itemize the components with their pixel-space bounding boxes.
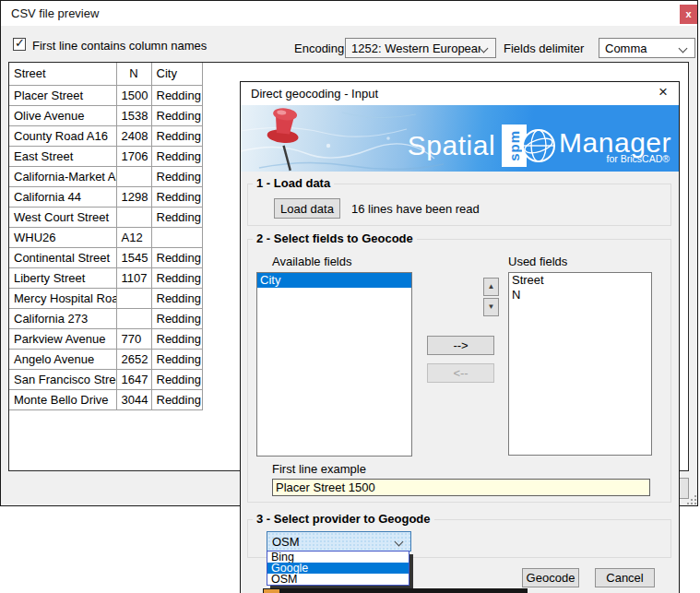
first-line-example-label: First line example <box>272 462 366 476</box>
table-row[interactable]: California-Market AlleyRedding <box>9 166 202 186</box>
first-line-example-field[interactable]: Placer Street 1500 <box>272 479 650 496</box>
provider-selected-value: OSM <box>272 535 300 549</box>
table-row[interactable]: Parkview Avenue770Redding <box>9 328 202 349</box>
table-row[interactable]: Placer Street1500Redding <box>9 85 202 105</box>
chevron-down-icon <box>480 44 489 53</box>
encoding-label: Encoding <box>294 42 344 55</box>
table-cell: Redding <box>151 105 202 125</box>
csv-toolbar: ✓ First line contains column names Encod… <box>1 26 697 62</box>
table-cell: County Road A16 <box>9 125 116 146</box>
chevron-down-icon <box>395 538 404 547</box>
table-cell <box>151 227 202 247</box>
close-icon[interactable]: × <box>658 83 668 101</box>
column-header-street[interactable]: Street <box>9 63 116 85</box>
table-row[interactable]: East Street1706Redding <box>9 146 202 166</box>
table-cell: California 273 <box>9 308 116 328</box>
table-cell: Mercy Hospital Road <box>9 288 116 308</box>
table-cell: 1107 <box>116 267 151 288</box>
table-cell: WHU26 <box>9 227 116 247</box>
table-cell: 3044 <box>116 389 151 409</box>
select-provider-group-title: 3 - Select provider to Geogode <box>253 512 434 526</box>
resize-grip-icon[interactable] <box>694 503 696 504</box>
geocoding-window-title: Direct geocoding - Input <box>251 87 378 101</box>
table-row[interactable]: County Road A162408Redding <box>9 125 202 146</box>
table-cell: Redding <box>151 146 202 166</box>
encoding-value: 1252: Western European (Wir <box>351 42 481 55</box>
list-item[interactable]: Street <box>509 273 651 288</box>
table-cell: Redding <box>151 369 202 389</box>
dropdown-option[interactable]: Bing <box>267 551 409 563</box>
table-cell: Redding <box>151 349 202 369</box>
table-row[interactable]: Monte Bello Drive3044Redding <box>9 389 202 409</box>
available-fields-list[interactable]: City <box>256 272 412 457</box>
table-row[interactable]: California 273Redding <box>9 308 202 328</box>
csv-title-bar[interactable]: CSV file preview <box>1 1 697 26</box>
cancel-button[interactable]: Cancel <box>595 568 655 587</box>
table-cell: Redding <box>151 247 202 267</box>
table-cell <box>116 308 151 328</box>
background-window-icon <box>264 589 279 593</box>
screen: CSV file preview x ✓ First line contains… <box>0 0 700 593</box>
table-cell: Redding <box>151 389 202 409</box>
geocode-button[interactable]: Geocode <box>522 568 579 587</box>
table-cell: 2408 <box>116 125 151 146</box>
table-cell: Redding <box>151 186 202 207</box>
table-row[interactable]: Liberty Street1107Redding <box>9 267 202 288</box>
table-cell: Redding <box>151 267 202 288</box>
move-down-button[interactable]: ▼ <box>483 298 499 316</box>
table-cell: 1545 <box>116 247 151 267</box>
table-cell: Placer Street <box>9 85 116 105</box>
dropdown-option[interactable]: OSM <box>267 574 409 585</box>
table-cell: 1298 <box>116 186 151 207</box>
table-row[interactable]: Angelo Avenue2652Redding <box>9 349 202 369</box>
list-item[interactable]: City <box>257 273 411 288</box>
fields-delimiter-combobox[interactable]: Comma <box>599 38 695 58</box>
brand-spatial-text: Spatial <box>408 130 495 161</box>
table-cell: West Court Street <box>9 207 116 227</box>
first-line-checkbox[interactable]: ✓ <box>13 38 26 51</box>
table-cell: Liberty Street <box>9 267 116 288</box>
table-cell: Parkview Avenue <box>9 328 116 349</box>
table-cell: California 44 <box>9 186 116 207</box>
chevron-down-icon <box>679 44 688 53</box>
provider-combobox[interactable]: OSM <box>267 531 411 551</box>
table-cell: 2652 <box>116 349 151 369</box>
column-header-city[interactable]: City <box>151 63 202 85</box>
geocoding-title-bar[interactable]: Direct geocoding - Input <box>241 82 679 105</box>
table-cell: Redding <box>151 328 202 349</box>
brand-lockup: Spatial spm Manager for BricsCAD® <box>408 125 671 167</box>
table-row[interactable]: San Francisco Street1647Redding <box>9 369 202 389</box>
dropdown-option[interactable]: Google <box>267 563 409 574</box>
table-row[interactable]: WHU26A12 <box>9 227 202 247</box>
table-row[interactable]: Continental Street1545Redding <box>9 247 202 267</box>
load-status-text: 16 lines have been read <box>351 202 480 216</box>
used-fields-list[interactable]: StreetN <box>508 272 652 456</box>
table-cell: California-Market Alley <box>9 166 116 186</box>
table-row[interactable]: California 441298Redding <box>9 186 202 207</box>
move-up-button[interactable]: ▲ <box>483 278 499 296</box>
select-fields-group-title: 2 - Select fields to Geocode <box>253 231 417 245</box>
available-fields-label: Available fields <box>272 255 351 268</box>
csv-window-title: CSV file preview <box>11 6 99 20</box>
load-data-button[interactable]: Load data <box>274 198 340 219</box>
column-header-n[interactable]: N <box>116 63 151 85</box>
csv-table-body: Placer Street1500ReddingOlive Avenue1538… <box>9 85 202 409</box>
table-row[interactable]: West Court StreetRedding <box>9 207 202 227</box>
encoding-combobox[interactable]: 1252: Western European (Wir <box>345 38 496 58</box>
used-fields-label: Used fields <box>508 255 567 268</box>
csv-close-button[interactable]: x <box>680 5 697 24</box>
provider-dropdown-list[interactable]: BingGoogleOSM <box>267 551 409 586</box>
move-right-button[interactable]: --> <box>427 336 494 355</box>
close-icon: x <box>685 8 691 19</box>
brand-subtitle: for BricsCAD® <box>607 153 671 164</box>
table-row[interactable]: Olive Avenue1538Redding <box>9 105 202 125</box>
down-arrow-icon: ▼ <box>488 303 495 311</box>
table-cell: Angelo Avenue <box>9 349 116 369</box>
table-row[interactable]: Mercy Hospital RoadRedding <box>9 288 202 308</box>
spatial-manager-banner: Spatial spm Manager for BricsCAD® <box>241 105 679 172</box>
csv-preview-table: Street N City Placer Street1500ReddingOl… <box>9 63 203 410</box>
move-left-button-disabled[interactable]: <-- <box>427 363 494 383</box>
list-item[interactable]: N <box>509 288 651 302</box>
table-cell: 1538 <box>116 105 151 125</box>
table-cell: Redding <box>151 207 202 227</box>
